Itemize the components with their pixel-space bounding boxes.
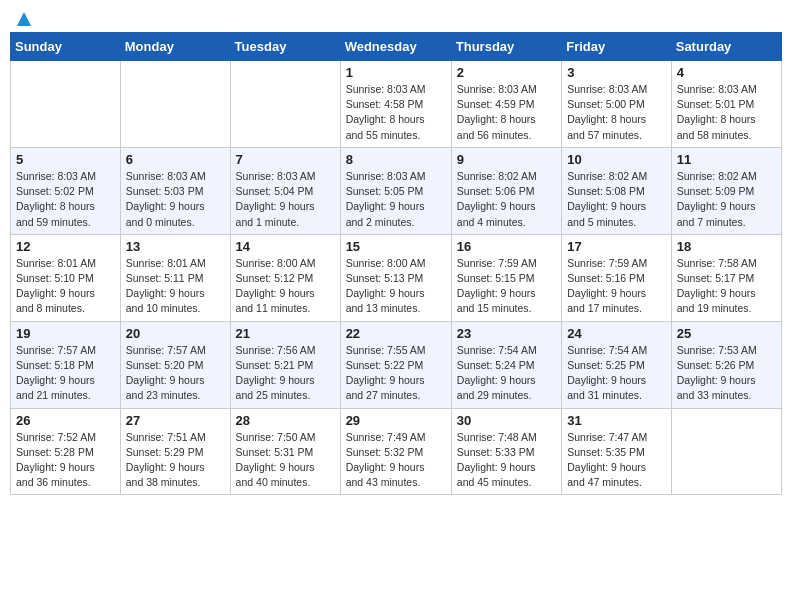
calendar-cell <box>11 61 121 148</box>
calendar-cell: 4Sunrise: 8:03 AM Sunset: 5:01 PM Daylig… <box>671 61 781 148</box>
calendar-cell: 14Sunrise: 8:00 AM Sunset: 5:12 PM Dayli… <box>230 234 340 321</box>
calendar-cell: 11Sunrise: 8:02 AM Sunset: 5:09 PM Dayli… <box>671 147 781 234</box>
day-number: 15 <box>346 239 446 254</box>
calendar-cell: 7Sunrise: 8:03 AM Sunset: 5:04 PM Daylig… <box>230 147 340 234</box>
day-number: 9 <box>457 152 556 167</box>
calendar-cell: 31Sunrise: 7:47 AM Sunset: 5:35 PM Dayli… <box>562 408 672 495</box>
calendar-cell: 23Sunrise: 7:54 AM Sunset: 5:24 PM Dayli… <box>451 321 561 408</box>
day-number: 10 <box>567 152 666 167</box>
calendar-cell: 19Sunrise: 7:57 AM Sunset: 5:18 PM Dayli… <box>11 321 121 408</box>
calendar-cell: 2Sunrise: 8:03 AM Sunset: 4:59 PM Daylig… <box>451 61 561 148</box>
day-info: Sunrise: 7:49 AM Sunset: 5:32 PM Dayligh… <box>346 430 446 491</box>
day-number: 13 <box>126 239 225 254</box>
day-number: 31 <box>567 413 666 428</box>
day-info: Sunrise: 7:59 AM Sunset: 5:16 PM Dayligh… <box>567 256 666 317</box>
logo <box>14 10 34 24</box>
day-number: 18 <box>677 239 776 254</box>
day-number: 19 <box>16 326 115 341</box>
day-info: Sunrise: 8:03 AM Sunset: 5:04 PM Dayligh… <box>236 169 335 230</box>
day-info: Sunrise: 8:00 AM Sunset: 5:13 PM Dayligh… <box>346 256 446 317</box>
day-info: Sunrise: 7:59 AM Sunset: 5:15 PM Dayligh… <box>457 256 556 317</box>
calendar-cell: 21Sunrise: 7:56 AM Sunset: 5:21 PM Dayli… <box>230 321 340 408</box>
day-info: Sunrise: 7:48 AM Sunset: 5:33 PM Dayligh… <box>457 430 556 491</box>
day-info: Sunrise: 7:57 AM Sunset: 5:18 PM Dayligh… <box>16 343 115 404</box>
calendar-cell: 3Sunrise: 8:03 AM Sunset: 5:00 PM Daylig… <box>562 61 672 148</box>
day-info: Sunrise: 7:50 AM Sunset: 5:31 PM Dayligh… <box>236 430 335 491</box>
day-info: Sunrise: 7:52 AM Sunset: 5:28 PM Dayligh… <box>16 430 115 491</box>
day-number: 5 <box>16 152 115 167</box>
calendar-cell: 13Sunrise: 8:01 AM Sunset: 5:11 PM Dayli… <box>120 234 230 321</box>
calendar-cell: 28Sunrise: 7:50 AM Sunset: 5:31 PM Dayli… <box>230 408 340 495</box>
day-info: Sunrise: 8:03 AM Sunset: 4:58 PM Dayligh… <box>346 82 446 143</box>
weekday-header-friday: Friday <box>562 33 672 61</box>
calendar-week-1: 1Sunrise: 8:03 AM Sunset: 4:58 PM Daylig… <box>11 61 782 148</box>
calendar-table: SundayMondayTuesdayWednesdayThursdayFrid… <box>10 32 782 495</box>
day-info: Sunrise: 8:03 AM Sunset: 5:05 PM Dayligh… <box>346 169 446 230</box>
day-info: Sunrise: 8:03 AM Sunset: 5:02 PM Dayligh… <box>16 169 115 230</box>
calendar-cell: 17Sunrise: 7:59 AM Sunset: 5:16 PM Dayli… <box>562 234 672 321</box>
day-number: 25 <box>677 326 776 341</box>
day-info: Sunrise: 8:03 AM Sunset: 5:00 PM Dayligh… <box>567 82 666 143</box>
calendar-cell: 15Sunrise: 8:00 AM Sunset: 5:13 PM Dayli… <box>340 234 451 321</box>
calendar-cell: 10Sunrise: 8:02 AM Sunset: 5:08 PM Dayli… <box>562 147 672 234</box>
day-number: 8 <box>346 152 446 167</box>
day-info: Sunrise: 7:51 AM Sunset: 5:29 PM Dayligh… <box>126 430 225 491</box>
logo-icon <box>15 10 33 28</box>
day-info: Sunrise: 8:02 AM Sunset: 5:09 PM Dayligh… <box>677 169 776 230</box>
day-info: Sunrise: 7:58 AM Sunset: 5:17 PM Dayligh… <box>677 256 776 317</box>
weekday-header-monday: Monday <box>120 33 230 61</box>
day-info: Sunrise: 8:03 AM Sunset: 5:03 PM Dayligh… <box>126 169 225 230</box>
day-info: Sunrise: 7:57 AM Sunset: 5:20 PM Dayligh… <box>126 343 225 404</box>
day-number: 17 <box>567 239 666 254</box>
day-number: 27 <box>126 413 225 428</box>
day-info: Sunrise: 7:56 AM Sunset: 5:21 PM Dayligh… <box>236 343 335 404</box>
calendar-cell: 26Sunrise: 7:52 AM Sunset: 5:28 PM Dayli… <box>11 408 121 495</box>
day-number: 7 <box>236 152 335 167</box>
day-number: 23 <box>457 326 556 341</box>
day-info: Sunrise: 8:03 AM Sunset: 4:59 PM Dayligh… <box>457 82 556 143</box>
day-info: Sunrise: 8:02 AM Sunset: 5:08 PM Dayligh… <box>567 169 666 230</box>
calendar-cell: 25Sunrise: 7:53 AM Sunset: 5:26 PM Dayli… <box>671 321 781 408</box>
page-header <box>10 10 782 24</box>
calendar-week-3: 12Sunrise: 8:01 AM Sunset: 5:10 PM Dayli… <box>11 234 782 321</box>
calendar-cell: 29Sunrise: 7:49 AM Sunset: 5:32 PM Dayli… <box>340 408 451 495</box>
weekday-header-row: SundayMondayTuesdayWednesdayThursdayFrid… <box>11 33 782 61</box>
day-number: 2 <box>457 65 556 80</box>
day-number: 3 <box>567 65 666 80</box>
calendar-cell <box>671 408 781 495</box>
day-number: 26 <box>16 413 115 428</box>
day-info: Sunrise: 7:47 AM Sunset: 5:35 PM Dayligh… <box>567 430 666 491</box>
day-number: 29 <box>346 413 446 428</box>
calendar-cell: 6Sunrise: 8:03 AM Sunset: 5:03 PM Daylig… <box>120 147 230 234</box>
day-info: Sunrise: 7:53 AM Sunset: 5:26 PM Dayligh… <box>677 343 776 404</box>
calendar-cell: 5Sunrise: 8:03 AM Sunset: 5:02 PM Daylig… <box>11 147 121 234</box>
day-info: Sunrise: 8:01 AM Sunset: 5:11 PM Dayligh… <box>126 256 225 317</box>
calendar-cell: 8Sunrise: 8:03 AM Sunset: 5:05 PM Daylig… <box>340 147 451 234</box>
svg-marker-0 <box>17 12 31 26</box>
day-number: 30 <box>457 413 556 428</box>
calendar-cell: 27Sunrise: 7:51 AM Sunset: 5:29 PM Dayli… <box>120 408 230 495</box>
calendar-cell <box>230 61 340 148</box>
calendar-cell: 16Sunrise: 7:59 AM Sunset: 5:15 PM Dayli… <box>451 234 561 321</box>
day-number: 12 <box>16 239 115 254</box>
calendar-cell: 22Sunrise: 7:55 AM Sunset: 5:22 PM Dayli… <box>340 321 451 408</box>
day-number: 1 <box>346 65 446 80</box>
day-info: Sunrise: 7:55 AM Sunset: 5:22 PM Dayligh… <box>346 343 446 404</box>
day-number: 14 <box>236 239 335 254</box>
calendar-cell <box>120 61 230 148</box>
day-info: Sunrise: 7:54 AM Sunset: 5:25 PM Dayligh… <box>567 343 666 404</box>
day-info: Sunrise: 7:54 AM Sunset: 5:24 PM Dayligh… <box>457 343 556 404</box>
day-info: Sunrise: 8:03 AM Sunset: 5:01 PM Dayligh… <box>677 82 776 143</box>
calendar-week-4: 19Sunrise: 7:57 AM Sunset: 5:18 PM Dayli… <box>11 321 782 408</box>
day-number: 16 <box>457 239 556 254</box>
calendar-cell: 24Sunrise: 7:54 AM Sunset: 5:25 PM Dayli… <box>562 321 672 408</box>
calendar-cell: 30Sunrise: 7:48 AM Sunset: 5:33 PM Dayli… <box>451 408 561 495</box>
weekday-header-sunday: Sunday <box>11 33 121 61</box>
day-number: 22 <box>346 326 446 341</box>
weekday-header-tuesday: Tuesday <box>230 33 340 61</box>
calendar-cell: 18Sunrise: 7:58 AM Sunset: 5:17 PM Dayli… <box>671 234 781 321</box>
day-info: Sunrise: 8:01 AM Sunset: 5:10 PM Dayligh… <box>16 256 115 317</box>
calendar-cell: 1Sunrise: 8:03 AM Sunset: 4:58 PM Daylig… <box>340 61 451 148</box>
weekday-header-thursday: Thursday <box>451 33 561 61</box>
day-number: 28 <box>236 413 335 428</box>
